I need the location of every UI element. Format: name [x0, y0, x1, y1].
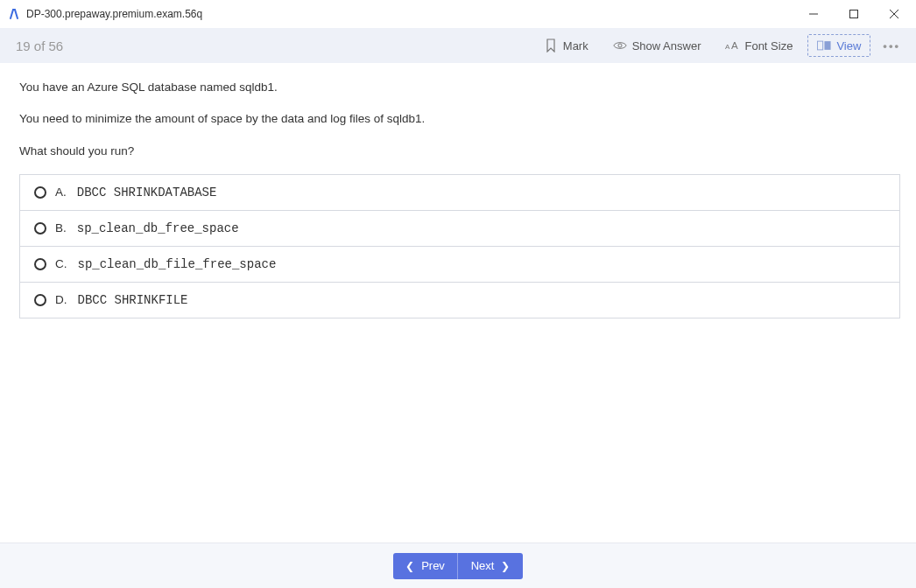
prev-button[interactable]: ❮ Prev: [393, 553, 458, 579]
option-letter: D.: [55, 293, 67, 306]
window-controls: [793, 0, 914, 28]
view-label: View: [836, 39, 861, 52]
svg-rect-1: [850, 10, 858, 18]
toolbar-actions: Mark Show Answer AA Font Size View •••: [534, 34, 907, 57]
radio-icon: [34, 258, 46, 270]
options-list: A. DBCC SHRINKDATABASE B. sp_clean_db_fr…: [19, 174, 900, 318]
mark-label: Mark: [563, 39, 588, 52]
bookmark-icon: [544, 38, 558, 52]
nav-buttons: ❮ Prev Next ❯: [393, 553, 523, 579]
chevron-right-icon: ❯: [501, 560, 510, 572]
view-button[interactable]: View: [807, 34, 870, 57]
question-line-2: You need to minimize the amount of space…: [19, 110, 900, 128]
svg-rect-7: [818, 41, 823, 50]
footer: ❮ Prev Next ❯: [0, 542, 916, 588]
question-line-1: You have an Azure SQL database named sql…: [19, 79, 900, 96]
radio-icon: [34, 294, 46, 306]
more-button[interactable]: •••: [876, 36, 907, 56]
radio-icon: [34, 222, 46, 234]
progress-indicator: 19 of 56: [16, 38, 534, 53]
option-text: DBCC SHRINKDATABASE: [77, 186, 217, 200]
svg-point-4: [618, 44, 622, 47]
font-size-icon: AA: [725, 38, 739, 52]
minimize-button[interactable]: [793, 0, 834, 28]
option-text: sp_clean_db_file_free_space: [78, 257, 277, 271]
mark-button[interactable]: Mark: [534, 34, 598, 57]
option-letter: C.: [55, 257, 67, 270]
option-c[interactable]: C. sp_clean_db_file_free_space: [20, 247, 899, 283]
option-text: DBCC SHRINKFILE: [78, 293, 188, 307]
eye-icon: [613, 38, 627, 52]
svg-text:A: A: [732, 40, 739, 51]
radio-icon: [34, 186, 46, 199]
question-area: You have an Azure SQL database named sql…: [0, 63, 916, 318]
question-line-3: What should you run?: [19, 143, 900, 160]
option-letter: A.: [55, 186, 67, 199]
show-answer-button[interactable]: Show Answer: [603, 34, 711, 57]
close-button[interactable]: [874, 0, 914, 28]
window-title: DP-300.prepaway.premium.exam.56q: [26, 8, 793, 20]
prev-label: Prev: [421, 559, 445, 572]
view-icon: [817, 38, 831, 52]
chevron-left-icon: ❮: [405, 560, 414, 572]
maximize-button[interactable]: [834, 0, 874, 28]
font-size-label: Font Size: [744, 39, 793, 52]
option-d[interactable]: D. DBCC SHRINKFILE: [20, 283, 899, 318]
app-icon: [7, 7, 21, 21]
option-b[interactable]: B. sp_clean_db_free_space: [20, 211, 899, 247]
next-label: Next: [471, 559, 495, 572]
option-text: sp_clean_db_free_space: [77, 221, 239, 235]
option-a[interactable]: A. DBCC SHRINKDATABASE: [20, 175, 899, 211]
option-letter: B.: [55, 221, 67, 234]
next-button[interactable]: Next ❯: [458, 553, 523, 579]
font-size-button[interactable]: AA Font Size: [715, 34, 802, 57]
svg-rect-8: [825, 41, 831, 50]
show-answer-label: Show Answer: [632, 39, 701, 52]
toolbar: 19 of 56 Mark Show Answer AA Font Size V…: [0, 28, 916, 63]
svg-text:A: A: [725, 43, 730, 51]
titlebar: DP-300.prepaway.premium.exam.56q: [0, 0, 916, 28]
